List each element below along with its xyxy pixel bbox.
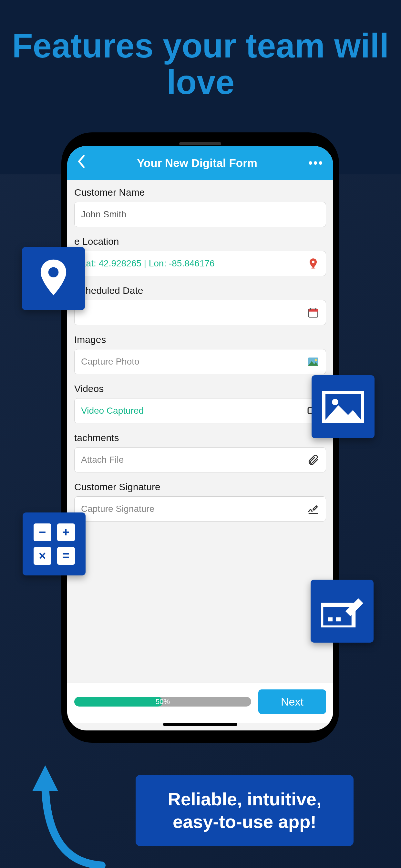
feature-badge-calculator: − + × = [23, 513, 86, 576]
field-value: Attach File [81, 455, 124, 465]
customer-name-input[interactable]: John Smith [74, 202, 326, 227]
phone-frame: Your New Digital Form ••• Customer Name … [61, 132, 339, 743]
field-videos: Videos Video Captured [74, 383, 326, 423]
calculator-icon: − + × = [34, 523, 75, 565]
svg-point-8 [315, 359, 317, 361]
date-input[interactable] [74, 300, 326, 325]
feature-badge-image [312, 375, 374, 438]
app-header: Your New Digital Form ••• [67, 146, 333, 180]
marketing-tagline: Reliable, intuitive, easy-to-use app! [135, 775, 353, 846]
app-title: Your New Digital Form [86, 157, 308, 169]
feature-badge-signature [311, 580, 374, 643]
home-indicator [163, 723, 237, 726]
phone-screen: Your New Digital Form ••• Customer Name … [67, 146, 333, 731]
more-menu-icon[interactable]: ••• [308, 156, 323, 170]
field-attachments: tachments Attach File [74, 432, 326, 472]
field-label: Customer Name [74, 187, 326, 198]
field-value: John Smith [81, 209, 126, 220]
phone-speaker [179, 142, 221, 145]
marketing-headline: Features your team will love [0, 27, 401, 101]
form-body: Customer Name John Smith e Location Lat:… [67, 180, 333, 683]
location-pin-icon [38, 259, 69, 298]
photo-icon [307, 355, 319, 368]
progress-bar: 50% [74, 697, 251, 707]
feature-badge-location [22, 247, 85, 310]
calendar-icon [307, 306, 319, 319]
svg-point-1 [311, 268, 316, 269]
field-value: Video Captured [81, 406, 144, 416]
location-pin-icon [307, 257, 319, 270]
field-value: Capture Photo [81, 356, 140, 367]
progress-label: 50% [74, 698, 251, 706]
attachments-input[interactable]: Attach File [74, 447, 326, 472]
app-footer: 50% Next [67, 683, 333, 723]
signature-input[interactable]: Capture Signature [74, 496, 326, 522]
field-location: e Location Lat: 42.928265 | Lon: -85.846… [74, 236, 326, 276]
svg-point-0 [312, 260, 314, 263]
location-input[interactable]: Lat: 42.928265 | Lon: -85.846176 [74, 251, 326, 276]
field-value: Capture Signature [81, 504, 154, 514]
curved-arrow-icon [21, 752, 112, 868]
paperclip-icon [307, 454, 319, 466]
field-images: Images Capture Photo [74, 334, 326, 374]
image-icon [322, 391, 364, 423]
svg-rect-3 [309, 309, 318, 312]
field-scheduled-date: Scheduled Date [74, 285, 326, 325]
signature-icon [307, 503, 319, 515]
back-icon[interactable] [77, 155, 86, 171]
field-signature: Customer Signature Capture Signature [74, 482, 326, 522]
svg-point-12 [49, 267, 59, 277]
field-value: Lat: 42.928265 | Lon: -85.846176 [81, 258, 215, 269]
next-button[interactable]: Next [258, 689, 326, 714]
field-label: e Location [74, 236, 326, 247]
videos-input[interactable]: Video Captured [74, 398, 326, 423]
svg-point-15 [332, 399, 338, 405]
field-label: Videos [74, 383, 326, 394]
svg-marker-20 [32, 765, 58, 791]
signature-box-icon [321, 595, 363, 627]
field-label: tachments [74, 432, 326, 443]
field-customer-name: Customer Name John Smith [74, 187, 326, 227]
field-label: Customer Signature [74, 482, 326, 492]
field-label: Scheduled Date [74, 285, 326, 296]
images-input[interactable]: Capture Photo [74, 349, 326, 374]
field-label: Images [74, 334, 326, 345]
